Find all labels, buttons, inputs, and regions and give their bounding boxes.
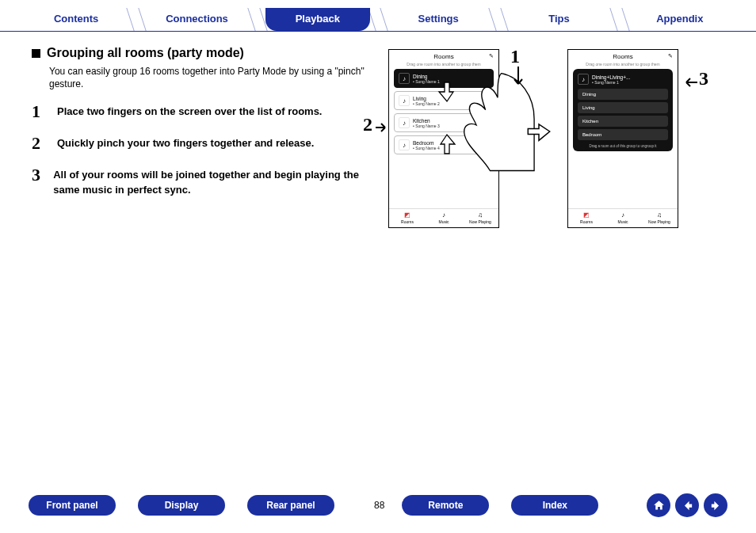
music-icon: ♪ xyxy=(578,74,589,85)
phone-subtitle: Drag one room into another to group them xyxy=(389,62,498,69)
footer-nav: Front panel Display Rear panel 88 Remote… xyxy=(0,493,756,517)
tab-contents[interactable]: Contents xyxy=(24,8,128,31)
arrow-right-icon xyxy=(526,120,552,143)
content-area: Grouping all rooms (party mode) You can … xyxy=(0,32,756,208)
group-item: Dining xyxy=(578,89,668,100)
tabbar-music: ♪Music xyxy=(605,209,641,227)
tab-settings[interactable]: Settings xyxy=(386,8,491,31)
footer-rear-panel[interactable]: Rear panel xyxy=(247,495,334,516)
group-item: Living xyxy=(578,102,668,113)
prev-page-icon[interactable] xyxy=(675,493,699,517)
step-2: 2 Quickly pinch your two fingers togethe… xyxy=(32,133,380,154)
tab-connections[interactable]: Connections xyxy=(144,8,249,31)
page-number: 88 xyxy=(374,500,384,511)
step-text: Place two fingers on the screen over the… xyxy=(57,101,322,122)
edit-icon: ✎ xyxy=(668,53,673,59)
top-nav: Contents Connections Playback Settings T… xyxy=(0,0,756,32)
edit-icon: ✎ xyxy=(489,53,494,59)
footer-remote[interactable]: Remote xyxy=(402,495,489,516)
music-icon: ♪ xyxy=(399,139,410,150)
section-intro: You can easily group 16 rooms together i… xyxy=(49,65,380,90)
instructions-column: Grouping all rooms (party mode) You can … xyxy=(32,46,380,208)
phone-title: Rooms xyxy=(568,50,678,62)
music-icon: ♪ xyxy=(399,95,410,106)
tabbar-music: ♪Music xyxy=(426,209,462,227)
room-group: ♪ Dining+Living+... • Song Name 1 Dining… xyxy=(573,69,673,151)
annotation-arrow xyxy=(376,123,388,132)
group-item: Kitchen xyxy=(578,116,668,127)
home-icon[interactable] xyxy=(647,493,670,517)
step-text: All of your rooms will be joined togethe… xyxy=(53,165,380,196)
tab-playback[interactable]: Playback xyxy=(265,8,370,31)
footer-index[interactable]: Index xyxy=(511,495,598,516)
phone-tabbar: ◩Rooms ♪Music ♫Now Playing xyxy=(568,208,678,227)
annotation-2: 2 xyxy=(363,114,372,135)
music-icon: ♪ xyxy=(399,73,410,84)
group-item: Bedroom xyxy=(578,129,668,140)
annotation-arrow xyxy=(683,78,697,87)
phone-tabbar: ◩Rooms ♪Music ♫Now Playing xyxy=(389,208,498,227)
tab-appendix[interactable]: Appendix xyxy=(628,8,732,31)
tab-tips[interactable]: Tips xyxy=(506,8,611,31)
step-text: Quickly pinch your two fingers together … xyxy=(57,133,314,154)
tabbar-rooms: ◩Rooms xyxy=(568,209,605,227)
annotation-arrow xyxy=(514,67,523,90)
step-number: 3 xyxy=(32,165,42,196)
bullet-square xyxy=(32,49,40,58)
music-icon: ♪ xyxy=(399,117,410,128)
step-3: 3 All of your rooms will be joined toget… xyxy=(32,165,380,196)
footer-display[interactable]: Display xyxy=(138,495,225,516)
phone-title: Rooms xyxy=(389,50,498,62)
step-number: 1 xyxy=(32,101,46,122)
tabbar-rooms: ◩Rooms xyxy=(389,209,426,227)
footer-front-panel[interactable]: Front panel xyxy=(29,495,116,516)
phone-subtitle: Drag one room into another to group them xyxy=(568,62,678,69)
tabbar-nowplaying: ♫Now Playing xyxy=(641,209,678,227)
arrow-down-icon xyxy=(437,81,456,103)
tabbar-nowplaying: ♫Now Playing xyxy=(462,209,498,227)
phone-after: ✎ Rooms Drag one room into another to gr… xyxy=(567,49,678,228)
arrow-up-icon xyxy=(437,133,456,155)
step-number: 2 xyxy=(32,133,46,154)
group-footer: Drag a room out of this group to ungroup… xyxy=(578,143,668,148)
next-page-icon[interactable] xyxy=(704,493,727,517)
hand-illustration xyxy=(460,71,536,174)
section-heading: Grouping all rooms (party mode) xyxy=(47,46,244,60)
annotation-3: 3 xyxy=(699,68,708,89)
annotation-1: 1 xyxy=(510,46,520,67)
illustration-column: ✎ Rooms Drag one room into another to gr… xyxy=(380,46,732,208)
step-1: 1 Place two fingers on the screen over t… xyxy=(32,101,380,122)
